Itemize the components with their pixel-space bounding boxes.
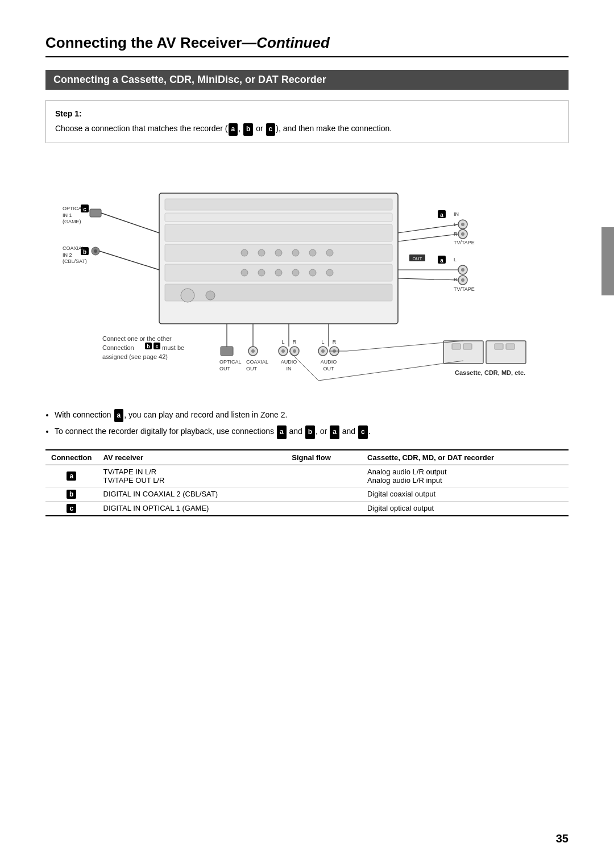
svg-line-106 bbox=[318, 361, 463, 381]
svg-text:a: a bbox=[440, 212, 443, 218]
svg-point-80 bbox=[293, 349, 296, 353]
svg-line-58 bbox=[398, 234, 458, 241]
svg-rect-68 bbox=[221, 347, 233, 356]
row-a-recorder: Analog audio L/R outputAnalog audio L/R … bbox=[362, 465, 569, 487]
col-header-av-receiver: AV receiver bbox=[98, 450, 287, 465]
svg-point-8 bbox=[206, 291, 215, 300]
svg-text:OPTICAL: OPTICAL bbox=[219, 359, 242, 365]
table-row-a: a TV/TAPE IN L/RTV/TAPE OUT L/R Analog a… bbox=[45, 465, 569, 487]
svg-rect-6 bbox=[165, 284, 392, 301]
svg-rect-62 bbox=[452, 344, 460, 349]
title-continued: —Continued bbox=[242, 34, 330, 51]
svg-point-13 bbox=[241, 269, 248, 276]
row-a-badge: a bbox=[45, 465, 98, 487]
svg-point-17 bbox=[309, 249, 316, 256]
svg-point-44 bbox=[461, 232, 464, 236]
connection-diagram: c OPTICAL IN 1 (GAME) b COAXIAL IN 2 (CB… bbox=[45, 159, 569, 398]
svg-text:IN 1: IN 1 bbox=[63, 212, 72, 218]
svg-text:TV/TAPE: TV/TAPE bbox=[454, 240, 475, 245]
svg-rect-66 bbox=[506, 344, 515, 349]
row-c-recorder: Digital optical output bbox=[362, 501, 569, 516]
svg-text:OUT: OUT bbox=[219, 366, 231, 372]
svg-text:(CBL/SAT): (CBL/SAT) bbox=[63, 258, 87, 264]
svg-text:c: c bbox=[155, 344, 158, 349]
svg-text:OUT: OUT bbox=[323, 366, 335, 372]
row-a-av: TV/TAPE IN L/RTV/TAPE OUT L/R bbox=[98, 465, 287, 487]
page-number: 35 bbox=[556, 832, 569, 845]
svg-line-105 bbox=[289, 351, 318, 381]
step-text: Choose a connection that matches the rec… bbox=[55, 124, 392, 133]
badge-c-step: c bbox=[266, 123, 276, 135]
svg-point-9 bbox=[241, 249, 248, 256]
svg-point-16 bbox=[292, 269, 299, 276]
svg-point-14 bbox=[258, 269, 265, 276]
svg-text:TV/TAPE: TV/TAPE bbox=[454, 286, 475, 292]
svg-text:R: R bbox=[333, 339, 337, 345]
svg-text:(GAME): (GAME) bbox=[63, 219, 81, 224]
svg-text:AUDIO: AUDIO bbox=[281, 359, 297, 365]
svg-point-34 bbox=[94, 249, 97, 253]
badge-a-step: a bbox=[229, 123, 238, 135]
badge-c-bullet2: c bbox=[358, 425, 368, 439]
svg-text:Connect one or the other: Connect one or the other bbox=[102, 335, 172, 342]
page-title: Connecting the AV Receiver—Continued bbox=[45, 34, 569, 57]
svg-text:a: a bbox=[440, 257, 443, 264]
svg-point-52 bbox=[461, 268, 464, 272]
svg-point-55 bbox=[461, 278, 464, 282]
bullet-1: With connection a, you can play and reco… bbox=[55, 408, 569, 423]
row-c-av: DIGITAL IN OPTICAL 1 (GAME) bbox=[98, 501, 287, 516]
svg-point-12 bbox=[292, 249, 299, 256]
svg-rect-3 bbox=[165, 224, 392, 241]
svg-text:OPTICAL: OPTICAL bbox=[63, 206, 85, 211]
col-header-signal-flow: Signal flow bbox=[286, 450, 362, 465]
svg-text:IN: IN bbox=[287, 366, 292, 372]
svg-text:OUT: OUT bbox=[246, 366, 258, 372]
row-b-badge: b bbox=[45, 487, 98, 501]
section-title-text: Connecting a Cassette, CDR, MiniDisc, or… bbox=[53, 74, 326, 85]
svg-point-72 bbox=[251, 349, 255, 353]
row-b-recorder: Digital coaxial output bbox=[362, 487, 569, 501]
svg-text:COAXIAL: COAXIAL bbox=[246, 359, 268, 365]
svg-text:L: L bbox=[454, 257, 457, 262]
svg-point-11 bbox=[275, 249, 282, 256]
bullet-points: With connection a, you can play and reco… bbox=[45, 408, 569, 439]
section-header: Connecting a Cassette, CDR, MiniDisc, or… bbox=[45, 70, 569, 90]
svg-text:OUT: OUT bbox=[413, 256, 422, 261]
svg-text:IN 2: IN 2 bbox=[63, 252, 72, 258]
svg-line-27 bbox=[101, 213, 159, 233]
svg-point-7 bbox=[181, 289, 194, 302]
col-header-connection: Connection bbox=[45, 450, 98, 465]
svg-text:Cassette, CDR, MD, etc.: Cassette, CDR, MD, etc. bbox=[455, 369, 525, 376]
svg-text:R: R bbox=[454, 277, 458, 282]
svg-point-85 bbox=[321, 349, 325, 353]
col-header-recorder: Cassette, CDR, MD, or DAT recorder bbox=[362, 450, 569, 465]
svg-text:L: L bbox=[281, 339, 284, 345]
side-tab bbox=[601, 227, 614, 295]
svg-text:COAXIAL: COAXIAL bbox=[63, 245, 85, 251]
badge-a-bullet1: a bbox=[114, 409, 124, 423]
svg-point-41 bbox=[461, 223, 464, 226]
svg-point-10 bbox=[258, 249, 265, 256]
svg-point-19 bbox=[309, 269, 316, 276]
badge-a-bullet2b: a bbox=[330, 425, 339, 439]
svg-rect-26 bbox=[90, 209, 101, 217]
row-c-badge: c bbox=[45, 501, 98, 516]
badge-b-step: b bbox=[243, 123, 253, 135]
badge-a-bullet2: a bbox=[277, 425, 287, 439]
svg-text:IN: IN bbox=[454, 211, 459, 217]
svg-text:assigned (see page 42): assigned (see page 42) bbox=[102, 353, 168, 360]
svg-point-77 bbox=[281, 349, 285, 353]
svg-rect-2 bbox=[165, 213, 392, 222]
svg-text:AUDIO: AUDIO bbox=[321, 359, 337, 365]
badge-b-bullet2: b bbox=[305, 425, 315, 439]
row-b-av: DIGITAL IN COAXIAL 2 (CBL/SAT) bbox=[98, 487, 287, 501]
svg-rect-63 bbox=[463, 344, 472, 349]
step-label: Step 1: bbox=[55, 107, 559, 120]
svg-rect-1 bbox=[165, 199, 392, 210]
svg-line-57 bbox=[398, 224, 458, 233]
row-c-signal bbox=[286, 501, 362, 516]
svg-text:b: b bbox=[147, 344, 150, 349]
svg-rect-65 bbox=[495, 344, 503, 349]
row-b-signal bbox=[286, 487, 362, 501]
diagram-area: c OPTICAL IN 1 (GAME) b COAXIAL IN 2 (CB… bbox=[45, 159, 569, 398]
